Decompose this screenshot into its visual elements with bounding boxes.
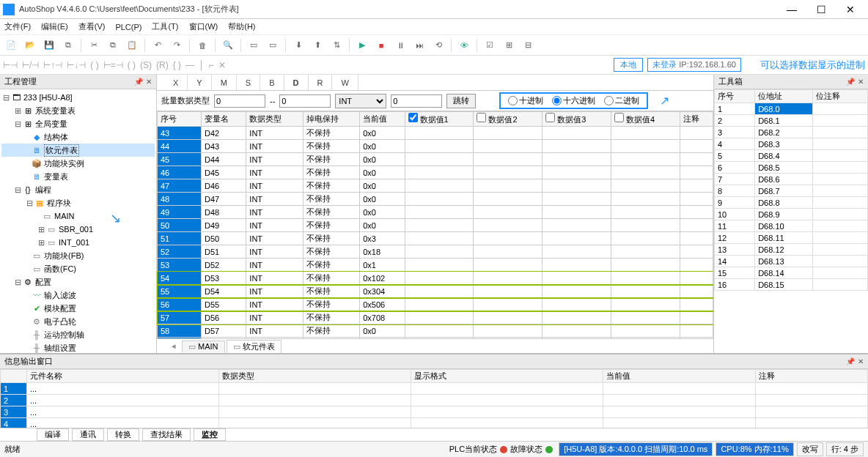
upload-icon[interactable]: ⬆ <box>309 37 326 53</box>
data-grid[interactable]: 序号变量名数据类型掉电保持当前值 数据值1 数据值2 数据值3 数据值4注释43… <box>157 111 713 338</box>
ld-cmp-icon[interactable]: ⊢=⊣ <box>103 60 123 70</box>
stop-icon[interactable]: ■ <box>373 37 389 53</box>
reset-icon[interactable]: ⟲ <box>430 37 446 53</box>
pause-icon[interactable]: ⏸ <box>392 37 408 53</box>
grid-row[interactable]: 53D52INT不保持0x1 <box>158 259 713 272</box>
tab-r[interactable]: R <box>309 75 333 90</box>
output-row[interactable]: 3... <box>1 406 868 418</box>
saveall-icon[interactable]: ⧉ <box>60 37 76 53</box>
tab-y[interactable]: Y <box>188 75 211 90</box>
grid-row[interactable]: 51D50INT不保持0x3 <box>158 232 713 245</box>
close-button[interactable]: ✕ <box>836 4 865 15</box>
type-select[interactable]: INT <box>335 94 386 108</box>
monitor-icon[interactable]: 👁 <box>456 37 472 53</box>
tool1-icon[interactable]: ☑ <box>482 37 498 53</box>
panel-close-icon[interactable]: ✕ <box>146 78 152 86</box>
bit-row[interactable]: 9D68.8 <box>715 197 868 209</box>
menu-window[interactable]: 窗口(W) <box>189 21 218 32</box>
menu-tool[interactable]: 工具(T) <box>152 21 178 32</box>
tab-nav-left[interactable]: ◂ <box>172 341 176 351</box>
tool3-icon[interactable]: ⊟ <box>520 37 536 53</box>
bit-row[interactable]: 10D68.9 <box>715 209 868 220</box>
bit-row[interactable]: 16D68.15 <box>715 279 868 291</box>
ld-nc-icon[interactable]: ⊢/⊣ <box>22 60 39 70</box>
grid-row[interactable]: 54D53INT不保持0x102 <box>158 272 713 285</box>
maximize-button[interactable]: ☐ <box>806 4 836 15</box>
ld-out-icon[interactable]: ( ) <box>128 60 136 70</box>
output-row[interactable]: 1... <box>1 383 868 395</box>
grid-row[interactable]: 52D51INT不保持0x18 <box>158 245 713 259</box>
bit-table[interactable]: 序号位地址位注释1D68.02D68.13D68.24D68.35D68.46D… <box>714 89 868 291</box>
cut-icon[interactable]: ✂ <box>86 37 102 53</box>
project-tree[interactable]: ⊟🗔233 [H5U-A8] ⊞⊞系统变量表 ⊟⊞全局变量 ◆结构体 🗎软元件表… <box>0 89 156 353</box>
grid-row[interactable]: 59D58INT不保持0x0 <box>158 338 713 339</box>
run-icon[interactable]: ▶ <box>354 37 370 53</box>
grid-row[interactable]: 49D48INT不保持0x0 <box>158 206 713 219</box>
bit-row[interactable]: 15D68.14 <box>715 267 868 279</box>
bit-row[interactable]: 2D68.1 <box>715 115 868 127</box>
tab-main[interactable]: ▭MAIN <box>182 341 225 352</box>
compare-icon[interactable]: ⇅ <box>328 37 345 53</box>
ld-contact-icon[interactable]: ⊢⊣ <box>3 60 18 70</box>
ld-func-icon[interactable]: { } <box>173 60 181 70</box>
compile-icon[interactable]: ▭ <box>246 37 262 53</box>
download-icon[interactable]: ⬇ <box>290 37 306 53</box>
ld-rise-icon[interactable]: ⊢↑⊣ <box>43 60 62 70</box>
menu-view[interactable]: 查看(V) <box>78 21 106 32</box>
bit-row[interactable]: 11D68.10 <box>715 220 868 232</box>
ld-branch-icon[interactable]: ⌐ <box>209 60 214 70</box>
bit-row[interactable]: 8D68.7 <box>715 185 868 197</box>
bit-row[interactable]: 5D68.4 <box>715 150 868 162</box>
menu-plc[interactable]: PLC(P) <box>115 23 141 31</box>
bit-row[interactable]: 7D68.6 <box>715 174 868 185</box>
ld-coil-icon[interactable]: ( ) <box>90 60 98 70</box>
radix-hex[interactable]: 十六进制 <box>552 95 595 106</box>
tab-m[interactable]: M <box>212 75 237 90</box>
mode-local[interactable]: 本地 <box>614 58 643 72</box>
pin-icon[interactable]: 📌 <box>846 78 855 86</box>
output-tab[interactable]: 监控 <box>194 428 226 441</box>
output-tab[interactable]: 转换 <box>107 428 139 441</box>
ld-del-icon[interactable]: ✕ <box>218 60 226 70</box>
close-icon[interactable]: ✕ <box>858 78 864 86</box>
tab-x[interactable]: X <box>164 75 188 90</box>
ld-hline-icon[interactable]: — <box>185 60 194 70</box>
tab-b[interactable]: B <box>260 75 284 90</box>
output-grid[interactable]: 元件名称数据类型显示格式当前值注释1...2...3...4...5 <box>0 369 868 428</box>
addr-input[interactable] <box>391 94 442 108</box>
jump-button[interactable]: 跳转 <box>446 94 476 108</box>
paste-icon[interactable]: 📋 <box>124 37 140 53</box>
menu-help[interactable]: 帮助(H) <box>228 21 255 32</box>
panel-pin-icon[interactable]: 📌 <box>134 78 143 86</box>
output-tab[interactable]: 查找结果 <box>142 428 191 441</box>
minimize-button[interactable]: — <box>777 4 806 15</box>
grid-row[interactable]: 58D57INT不保持0x0 <box>158 324 713 338</box>
bit-row[interactable]: 3D68.2 <box>715 127 868 138</box>
grid-row[interactable]: 56D55INT不保持0x506 <box>158 298 713 311</box>
output-tab[interactable]: 通讯 <box>72 428 104 441</box>
output-row[interactable]: 2... <box>1 395 868 406</box>
grid-row[interactable]: 45D44INT不保持0x0 <box>158 153 713 166</box>
new-icon[interactable]: 📄 <box>3 37 19 53</box>
grid-row[interactable]: 43D42INT不保持0x0 <box>158 127 713 140</box>
tab-soft[interactable]: ▭软元件表 <box>227 340 282 353</box>
ld-set-icon[interactable]: (S) <box>140 60 152 70</box>
ld-vline-icon[interactable]: │ <box>199 60 205 70</box>
redo-icon[interactable]: ↷ <box>169 37 185 53</box>
menu-edit[interactable]: 编辑(E) <box>41 21 68 32</box>
undo-icon[interactable]: ↶ <box>150 37 166 53</box>
grid-row[interactable]: 57D56INT不保持0x708 <box>158 311 713 324</box>
compileall-icon[interactable]: ▭ <box>265 37 281 53</box>
to-input[interactable] <box>279 94 331 108</box>
tool2-icon[interactable]: ⊞ <box>501 37 517 53</box>
output-row[interactable]: 4... <box>1 418 868 428</box>
bit-row[interactable]: 6D68.5 <box>715 162 868 174</box>
ld-rst-icon[interactable]: (R) <box>156 60 169 70</box>
from-input[interactable] <box>214 94 265 108</box>
ld-fall-icon[interactable]: ⊢↓⊣ <box>67 60 86 70</box>
grid-row[interactable]: 47D46INT不保持0x0 <box>158 179 713 193</box>
copy-icon[interactable]: ⧉ <box>105 37 121 53</box>
grid-row[interactable]: 46D45INT不保持0x0 <box>158 166 713 179</box>
delete-icon[interactable]: 🗑 <box>194 37 210 53</box>
open-icon[interactable]: 📂 <box>22 37 38 53</box>
